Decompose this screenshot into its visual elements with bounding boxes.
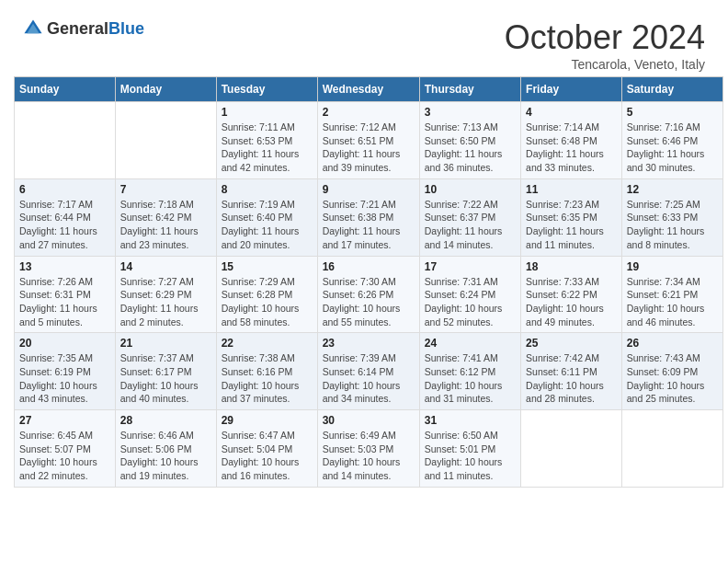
logo-icon	[23, 18, 43, 39]
day-info: Sunrise: 7:22 AM Sunset: 6:37 PM Dayligh…	[425, 198, 516, 252]
day-info: Sunrise: 6:46 AM Sunset: 5:06 PM Dayligh…	[120, 429, 211, 483]
header-row: SundayMondayTuesdayWednesdayThursdayFrid…	[15, 77, 723, 102]
day-info: Sunrise: 6:45 AM Sunset: 5:07 PM Dayligh…	[19, 429, 110, 483]
calendar-day-cell: 18Sunrise: 7:33 AM Sunset: 6:22 PM Dayli…	[521, 256, 622, 333]
calendar-day-cell: 30Sunrise: 6:49 AM Sunset: 5:03 PM Dayli…	[317, 410, 419, 488]
calendar-table: SundayMondayTuesdayWednesdayThursdayFrid…	[14, 76, 723, 488]
day-number: 22	[222, 337, 313, 350]
day-number: 23	[323, 337, 415, 350]
day-info: Sunrise: 6:47 AM Sunset: 5:04 PM Dayligh…	[222, 429, 313, 483]
calendar-body: 1Sunrise: 7:11 AM Sunset: 6:53 PM Daylig…	[15, 102, 723, 488]
calendar-week-row: 1Sunrise: 7:11 AM Sunset: 6:53 PM Daylig…	[15, 102, 723, 179]
day-number: 19	[627, 260, 718, 273]
calendar-day-cell	[115, 102, 216, 179]
calendar-week-row: 6Sunrise: 7:17 AM Sunset: 6:44 PM Daylig…	[15, 178, 723, 256]
calendar-day-cell: 23Sunrise: 7:39 AM Sunset: 6:14 PM Dayli…	[317, 333, 419, 410]
calendar-day-cell: 25Sunrise: 7:42 AM Sunset: 6:11 PM Dayli…	[521, 333, 622, 410]
calendar-day-cell: 12Sunrise: 7:25 AM Sunset: 6:33 PM Dayli…	[621, 178, 722, 256]
day-number: 21	[120, 337, 211, 350]
day-info: Sunrise: 7:16 AM Sunset: 6:46 PM Dayligh…	[627, 121, 718, 175]
day-info: Sunrise: 6:50 AM Sunset: 5:01 PM Dayligh…	[425, 429, 516, 483]
day-info: Sunrise: 7:23 AM Sunset: 6:35 PM Dayligh…	[526, 198, 617, 252]
calendar-week-row: 13Sunrise: 7:26 AM Sunset: 6:31 PM Dayli…	[15, 256, 723, 333]
header-day: Friday	[521, 77, 622, 102]
day-info: Sunrise: 7:38 AM Sunset: 6:16 PM Dayligh…	[222, 351, 313, 406]
day-number: 28	[120, 414, 211, 427]
calendar-day-cell: 2Sunrise: 7:12 AM Sunset: 6:51 PM Daylig…	[317, 102, 419, 179]
day-info: Sunrise: 7:35 AM Sunset: 6:19 PM Dayligh…	[19, 351, 110, 406]
day-info: Sunrise: 7:30 AM Sunset: 6:26 PM Dayligh…	[323, 275, 415, 329]
day-number: 8	[222, 183, 313, 196]
calendar-day-cell: 14Sunrise: 7:27 AM Sunset: 6:29 PM Dayli…	[115, 256, 216, 333]
header-day: Sunday	[15, 77, 116, 102]
day-number: 26	[627, 337, 718, 350]
day-number: 1	[222, 106, 313, 119]
day-number: 14	[120, 260, 211, 273]
day-info: Sunrise: 7:26 AM Sunset: 6:31 PM Dayligh…	[19, 275, 110, 329]
header-day: Tuesday	[216, 77, 317, 102]
day-info: Sunrise: 7:11 AM Sunset: 6:53 PM Dayligh…	[222, 121, 313, 175]
location-title: Tencarola, Veneto, Italy	[505, 57, 705, 72]
calendar-day-cell: 27Sunrise: 6:45 AM Sunset: 5:07 PM Dayli…	[15, 410, 116, 488]
day-number: 30	[323, 414, 415, 427]
day-info: Sunrise: 7:33 AM Sunset: 6:22 PM Dayligh…	[526, 275, 617, 329]
calendar-day-cell	[15, 102, 116, 179]
calendar-day-cell: 22Sunrise: 7:38 AM Sunset: 6:16 PM Dayli…	[216, 333, 317, 410]
calendar-day-cell: 11Sunrise: 7:23 AM Sunset: 6:35 PM Dayli…	[521, 178, 622, 256]
calendar-day-cell: 8Sunrise: 7:19 AM Sunset: 6:40 PM Daylig…	[216, 178, 317, 256]
calendar-week-row: 20Sunrise: 7:35 AM Sunset: 6:19 PM Dayli…	[15, 333, 723, 410]
calendar-day-cell: 20Sunrise: 7:35 AM Sunset: 6:19 PM Dayli…	[15, 333, 116, 410]
calendar-day-cell: 28Sunrise: 6:46 AM Sunset: 5:06 PM Dayli…	[115, 410, 216, 488]
calendar-day-cell: 29Sunrise: 6:47 AM Sunset: 5:04 PM Dayli…	[216, 410, 317, 488]
page-header: GeneralBlue October 2024 Tencarola, Vene…	[9, 9, 719, 76]
day-number: 2	[323, 106, 415, 119]
day-number: 24	[425, 337, 516, 350]
calendar-day-cell: 5Sunrise: 7:16 AM Sunset: 6:46 PM Daylig…	[621, 102, 722, 179]
title-block: October 2024 Tencarola, Veneto, Italy	[505, 18, 705, 72]
day-number: 29	[222, 414, 313, 427]
day-info: Sunrise: 7:41 AM Sunset: 6:12 PM Dayligh…	[425, 351, 516, 406]
day-info: Sunrise: 7:21 AM Sunset: 6:38 PM Dayligh…	[323, 198, 415, 252]
day-number: 27	[19, 414, 110, 427]
day-number: 9	[323, 183, 415, 196]
calendar-day-cell: 10Sunrise: 7:22 AM Sunset: 6:37 PM Dayli…	[419, 178, 520, 256]
day-number: 20	[19, 337, 110, 350]
day-number: 31	[425, 414, 516, 427]
calendar-day-cell: 21Sunrise: 7:37 AM Sunset: 6:17 PM Dayli…	[115, 333, 216, 410]
header-day: Saturday	[621, 77, 722, 102]
calendar-day-cell: 6Sunrise: 7:17 AM Sunset: 6:44 PM Daylig…	[15, 178, 116, 256]
day-info: Sunrise: 7:18 AM Sunset: 6:42 PM Dayligh…	[120, 198, 211, 252]
day-number: 25	[526, 337, 617, 350]
logo-blue: Blue	[108, 19, 144, 38]
day-info: Sunrise: 7:43 AM Sunset: 6:09 PM Dayligh…	[627, 351, 718, 406]
calendar-day-cell: 3Sunrise: 7:13 AM Sunset: 6:50 PM Daylig…	[419, 102, 520, 179]
day-info: Sunrise: 7:13 AM Sunset: 6:50 PM Dayligh…	[425, 121, 516, 175]
calendar-day-cell: 13Sunrise: 7:26 AM Sunset: 6:31 PM Dayli…	[15, 256, 116, 333]
calendar-day-cell: 24Sunrise: 7:41 AM Sunset: 6:12 PM Dayli…	[419, 333, 520, 410]
logo: GeneralBlue	[23, 18, 144, 39]
calendar-day-cell: 1Sunrise: 7:11 AM Sunset: 6:53 PM Daylig…	[216, 102, 317, 179]
day-info: Sunrise: 7:12 AM Sunset: 6:51 PM Dayligh…	[323, 121, 415, 175]
calendar-day-cell: 31Sunrise: 6:50 AM Sunset: 5:01 PM Dayli…	[419, 410, 520, 488]
day-info: Sunrise: 7:19 AM Sunset: 6:40 PM Dayligh…	[222, 198, 313, 252]
day-info: Sunrise: 7:27 AM Sunset: 6:29 PM Dayligh…	[120, 275, 211, 329]
logo-general: General	[47, 19, 108, 38]
calendar-day-cell: 4Sunrise: 7:14 AM Sunset: 6:48 PM Daylig…	[521, 102, 622, 179]
day-number: 16	[323, 260, 415, 273]
day-info: Sunrise: 7:17 AM Sunset: 6:44 PM Dayligh…	[19, 198, 110, 252]
day-number: 6	[19, 183, 110, 196]
day-number: 15	[222, 260, 313, 273]
calendar-day-cell	[621, 410, 722, 488]
calendar-week-row: 27Sunrise: 6:45 AM Sunset: 5:07 PM Dayli…	[15, 410, 723, 488]
day-number: 11	[526, 183, 617, 196]
day-info: Sunrise: 7:42 AM Sunset: 6:11 PM Dayligh…	[526, 351, 617, 406]
day-number: 5	[627, 106, 718, 119]
logo-text: GeneralBlue	[47, 19, 144, 39]
day-number: 7	[120, 183, 211, 196]
day-info: Sunrise: 7:29 AM Sunset: 6:28 PM Dayligh…	[222, 275, 313, 329]
calendar-day-cell: 17Sunrise: 7:31 AM Sunset: 6:24 PM Dayli…	[419, 256, 520, 333]
day-number: 13	[19, 260, 110, 273]
calendar-day-cell: 15Sunrise: 7:29 AM Sunset: 6:28 PM Dayli…	[216, 256, 317, 333]
calendar-day-cell: 9Sunrise: 7:21 AM Sunset: 6:38 PM Daylig…	[317, 178, 419, 256]
day-number: 18	[526, 260, 617, 273]
